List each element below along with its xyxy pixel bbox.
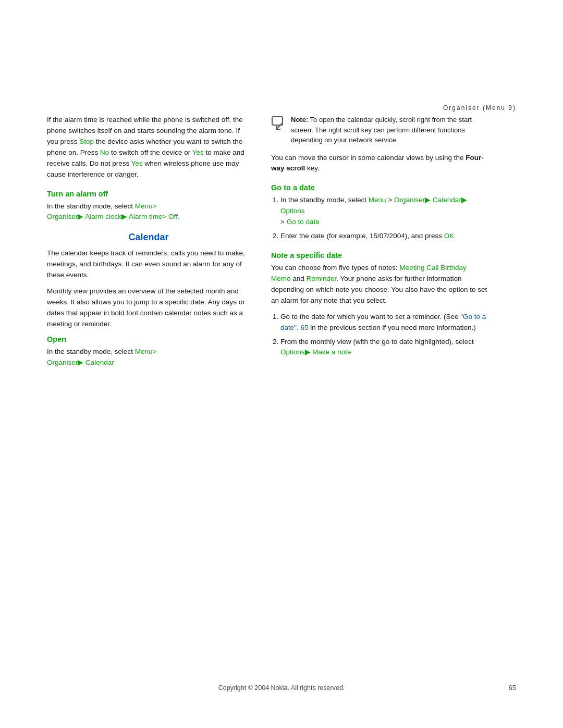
note-arrow-icon — [271, 116, 286, 130]
arrow3: > — [163, 213, 167, 220]
footer: Copyright © 2004 Nokia. All rights reser… — [0, 684, 563, 692]
note-step1: Go to the date for which you want to set… — [280, 312, 490, 334]
goto-calendar2: Calendar — [433, 196, 461, 204]
make-a-note-link: Make a note — [312, 348, 351, 356]
calendar-para2: Monthly view provides an overview of the… — [47, 286, 250, 330]
menu-link2: Menu> — [135, 348, 157, 355]
calendar-section: Calendar The calendar keeps track of rem… — [47, 232, 250, 368]
calendar-para1: The calendar keeps track of reminders, c… — [47, 248, 250, 281]
turn-alarm-off-title: Turn an alarm off — [47, 190, 250, 198]
right-column: Note: To open the calendar quickly, scro… — [271, 115, 490, 378]
fourway-bold: Four-way scroll — [271, 154, 484, 172]
left-column: If the alarm time is reached while the p… — [47, 115, 250, 378]
goto-organiser: Organiser — [394, 196, 425, 204]
reminder-text: Reminder — [307, 275, 337, 282]
organiser-header-text: Organiser (Menu 9) — [443, 104, 516, 112]
arrow1: ▶ — [78, 213, 83, 220]
goto-date-step1: In the standby mode, select Menu > Organ… — [280, 195, 490, 228]
note-icon — [271, 116, 286, 133]
goto-date-list: In the standby mode, select Menu > Organ… — [271, 195, 490, 242]
page-number: 65 — [509, 684, 516, 692]
goto-arrow3: ▶ — [461, 196, 467, 204]
svg-line-1 — [276, 123, 283, 129]
open-title: Open — [47, 335, 250, 343]
scroll-note: You can move the cursor in some calendar… — [271, 153, 490, 175]
yes-text2: Yes — [131, 159, 143, 167]
stop-text: Stop — [79, 138, 94, 145]
intro-paragraph: If the alarm time is reached while the p… — [47, 115, 250, 180]
options-arrow: ▶ — [305, 348, 311, 356]
meeting-text: Meeting — [399, 264, 424, 272]
options-link: Options — [280, 348, 305, 356]
calendar-title: Calendar — [47, 232, 250, 243]
organiser-header: Organiser (Menu 9) — [443, 104, 516, 112]
note-specific-date-list: Go to the date for which you want to set… — [271, 312, 490, 359]
goto-gotodate: Go to date — [287, 218, 320, 226]
alarm-time-link: Alarm time — [129, 213, 163, 220]
calendar-link: Calendar — [85, 359, 114, 366]
copyright-text: Copyright © 2004 Nokia. All rights reser… — [218, 684, 345, 692]
content-area: If the alarm time is reached while the p… — [0, 0, 563, 419]
open-body: In the standby mode, select Menu> Organi… — [47, 347, 250, 368]
menu-link1: Menu> — [135, 202, 157, 210]
note-bold: Note: — [291, 116, 308, 124]
note-content: Note: To open the calendar quickly, scro… — [291, 115, 490, 145]
organiser-link1: Organiser — [47, 213, 78, 220]
goto-arrow2: ▶ — [425, 196, 431, 204]
yes-text1: Yes — [192, 149, 204, 156]
call-text: Call — [426, 264, 438, 272]
arrow2: ▶ — [121, 213, 127, 220]
note-specific-date-body1: You can choose from five types of notes:… — [271, 263, 490, 306]
goto-date-link: "Go to a date", 65 — [280, 313, 486, 331]
open-section: Open In the standby mode, select Menu> O… — [47, 335, 250, 368]
goto-options: Options — [280, 207, 305, 215]
arrow4: ▶ — [78, 359, 83, 366]
ok-text: OK — [444, 232, 455, 240]
goto-arrow1: > — [388, 196, 394, 204]
off-link: Off. — [168, 213, 180, 220]
note-specific-date-title: Note a specific date — [271, 251, 490, 260]
alarm-clock-link: Alarm clock — [85, 213, 121, 220]
no-text: No — [100, 149, 109, 156]
note-step2: From the monthly view (with the go to da… — [280, 337, 490, 359]
turn-alarm-off-body: In the standby mode, select Menu> Organi… — [47, 201, 250, 223]
birthday-text: Birthday — [440, 264, 467, 272]
goto-date-step2: Enter the date (for example, 15/07/2004)… — [280, 231, 490, 242]
turn-alarm-off-section: Turn an alarm off In the standby mode, s… — [47, 190, 250, 223]
note-specific-date-section: Note a specific date You can choose from… — [271, 251, 490, 358]
organiser-link2: Organiser — [47, 359, 78, 366]
note-box: Note: To open the calendar quickly, scro… — [271, 115, 490, 145]
goto-date-title: Go to a date — [271, 183, 490, 192]
goto-date-section: Go to a date In the standby mode, select… — [271, 183, 490, 242]
memo-text: Memo — [271, 275, 291, 282]
page: Organiser (Menu 9) If the alarm time is … — [0, 0, 563, 728]
goto-menu: Menu — [369, 196, 386, 204]
